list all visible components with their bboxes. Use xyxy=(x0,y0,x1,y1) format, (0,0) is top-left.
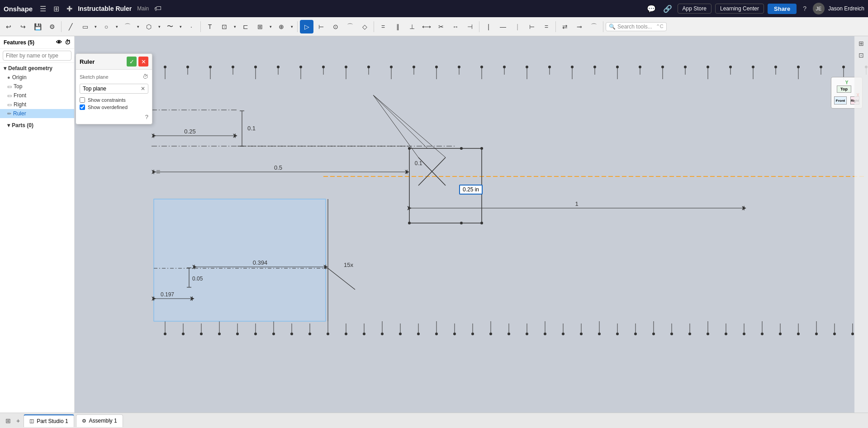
svg-point-121 xyxy=(471,333,474,335)
help-button[interactable]: ? xyxy=(800,4,809,13)
canvas-area[interactable]: 0.25 0.1 0.5 0.1 xyxy=(75,36,868,413)
rectangle-dropdown[interactable]: ▭ ▾ xyxy=(78,20,99,33)
separator-4 xyxy=(374,21,374,32)
tab-assembly[interactable]: ⚙ Assembly 1 xyxy=(76,414,123,427)
pipe-separator: | xyxy=(511,20,524,33)
arc-dropdown[interactable]: ⌒ ▾ xyxy=(121,20,141,33)
pattern-dropdown[interactable]: ⊞ ▾ xyxy=(253,20,274,33)
left-panel: Features (5) 👁 ⏱ ▾ Default geometry ● Or… xyxy=(0,36,75,413)
show-overdefined-checkbox[interactable] xyxy=(80,105,85,110)
line-tool[interactable]: ╱ xyxy=(64,20,77,33)
add-icon[interactable]: ✚ xyxy=(65,4,74,14)
svg-point-136 xyxy=(743,333,745,335)
svg-point-135 xyxy=(725,333,727,335)
point-tool[interactable]: · xyxy=(185,20,198,33)
grid-icon[interactable]: ⊞ xyxy=(52,4,61,14)
redo-button[interactable]: ↪ xyxy=(16,20,30,33)
svg-point-51 xyxy=(593,66,596,68)
parts-header[interactable]: ▾ Parts (0) xyxy=(4,121,71,130)
svg-point-50 xyxy=(571,66,574,68)
clear-plane-button[interactable]: ✕ xyxy=(141,86,145,92)
offset-tool[interactable]: ⊏ xyxy=(239,20,252,33)
dimension-tool[interactable]: ⊢ xyxy=(314,20,328,33)
fillet-tool[interactable]: ⌒ xyxy=(587,20,601,33)
panel-visibility-icon[interactable]: 👁 xyxy=(56,39,62,46)
tree-item-top[interactable]: ▭ Top xyxy=(0,82,74,91)
share-link-icon[interactable]: 🔗 xyxy=(661,4,674,14)
svg-line-160 xyxy=(373,95,427,148)
dim-label-1: 1 xyxy=(575,200,578,207)
constraint-tool[interactable]: ⊢ xyxy=(525,20,539,33)
filter-input[interactable] xyxy=(3,51,71,61)
bookmark-icon[interactable]: 🏷 xyxy=(152,4,163,14)
transform-dropdown[interactable]: ⊡ ▾ xyxy=(218,20,238,33)
plane-selector[interactable]: Top plane ✕ xyxy=(80,84,148,94)
plane-name: Top plane xyxy=(83,86,106,92)
settings-button[interactable]: ⚙ xyxy=(45,20,59,33)
vertical-line-tool[interactable]: | xyxy=(482,20,495,33)
extend-tool[interactable]: ↔ xyxy=(449,20,462,33)
item-label: Ruler xyxy=(13,110,26,117)
show-constraints-checkbox[interactable] xyxy=(80,97,85,103)
coincident-tool[interactable]: ⊙ xyxy=(329,20,342,33)
circle-dropdown[interactable]: ○ ▾ xyxy=(100,20,120,33)
select-tool[interactable]: ▷ xyxy=(300,20,313,33)
flip-tool[interactable]: ⇄ xyxy=(558,20,572,33)
tree-item-front[interactable]: ▭ Front xyxy=(0,91,74,100)
default-geometry-header[interactable]: ▾ Default geometry xyxy=(0,64,74,73)
learning-center-button[interactable]: Learning Center xyxy=(715,4,764,14)
spline-dropdown[interactable]: 〜 ▾ xyxy=(163,20,184,33)
hamburger-menu-icon[interactable]: ☰ xyxy=(38,4,48,14)
horiz-line-tool[interactable]: — xyxy=(496,20,510,33)
svg-point-57 xyxy=(729,66,732,68)
parallel-tool[interactable]: ∥ xyxy=(391,20,404,33)
trim-tool[interactable]: ✂ xyxy=(434,20,448,33)
app-store-button[interactable]: App Store xyxy=(678,4,711,14)
default-geometry-section: ▾ Default geometry ● Origin ▭ Top ▭ Fron… xyxy=(0,63,74,119)
svg-point-140 xyxy=(815,333,818,335)
horizontal-tool[interactable]: ⟷ xyxy=(420,20,433,33)
tree-item-origin[interactable]: ● Origin xyxy=(0,73,74,82)
svg-point-168 xyxy=(460,147,463,150)
boolean-dropdown[interactable]: ⊕ ▾ xyxy=(275,20,295,33)
save-button[interactable]: 💾 xyxy=(31,20,44,33)
polygon-dropdown[interactable]: ⬡ ▾ xyxy=(142,20,162,33)
svg-point-44 xyxy=(435,66,438,68)
tree-item-right[interactable]: ▭ Right xyxy=(0,100,74,109)
list-icon: ≡ xyxy=(156,168,160,176)
add-tab-button[interactable]: + xyxy=(14,416,22,425)
panel-history-icon[interactable]: ⏱ xyxy=(65,39,71,46)
undo-button[interactable]: ↩ xyxy=(2,20,15,33)
avatar[interactable]: JE xyxy=(813,3,825,14)
svg-point-62 xyxy=(842,66,845,68)
tab-part-studio[interactable]: ◫ Part Studio 1 xyxy=(24,414,74,427)
equal-tool[interactable]: = xyxy=(376,20,390,33)
layers-icon[interactable]: ⊞ xyxy=(4,416,13,425)
item-label: Top xyxy=(14,83,22,90)
svg-point-47 xyxy=(503,66,506,68)
tree-item-ruler[interactable]: ✏ Ruler xyxy=(0,109,74,118)
search-tools-box[interactable]: 🔍 Search tools... ⌃C xyxy=(606,22,667,31)
mirror-tool[interactable]: ⊣ xyxy=(463,20,477,33)
svg-point-61 xyxy=(820,66,822,68)
distance-tool[interactable]: = xyxy=(540,20,553,33)
text-tool[interactable]: T xyxy=(203,20,217,33)
perpendicular-tool[interactable]: ⊥ xyxy=(405,20,419,33)
history-icon[interactable]: ⏱ xyxy=(142,73,148,80)
appearances-icon[interactable]: ⊡ xyxy=(857,50,866,61)
dialog-close-button[interactable]: ✕ xyxy=(138,57,148,67)
separator-7 xyxy=(603,21,603,32)
svg-point-119 xyxy=(435,333,438,335)
separator-3 xyxy=(297,21,298,32)
chat-icon[interactable]: 💬 xyxy=(645,4,658,14)
dimension-input[interactable]: 0.25 in xyxy=(459,185,483,195)
properties-icon[interactable]: ⊞ xyxy=(857,38,866,49)
dialog-confirm-button[interactable]: ✓ xyxy=(127,57,137,67)
midpoint-tool[interactable]: ◇ xyxy=(358,20,371,33)
dim-0.1-vert xyxy=(240,111,244,146)
colinear-tool[interactable]: ⊸ xyxy=(573,20,586,33)
tangent-tool[interactable]: ⌒ xyxy=(343,20,357,33)
share-button[interactable]: Share xyxy=(768,4,797,14)
dialog-help-button[interactable]: ? xyxy=(80,112,148,120)
tab-label: Assembly 1 xyxy=(89,418,117,424)
